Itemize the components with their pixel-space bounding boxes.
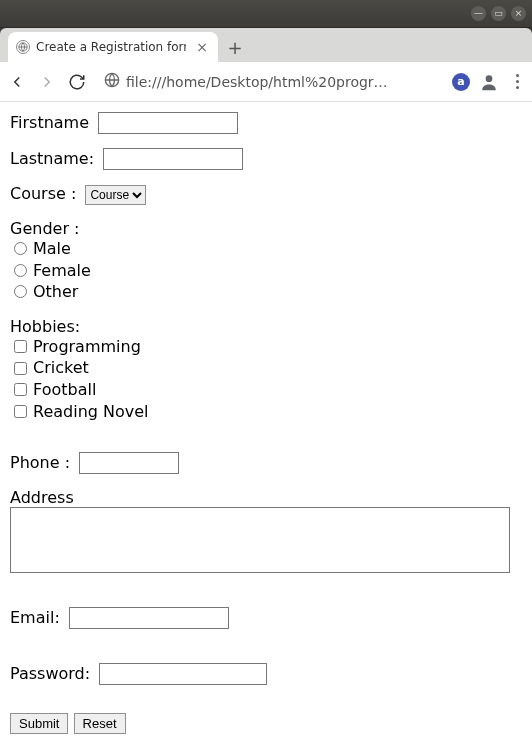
globe-icon — [104, 72, 120, 91]
email-input[interactable] — [69, 607, 229, 629]
course-select[interactable]: Course — [85, 185, 146, 205]
password-input[interactable] — [99, 663, 267, 685]
gender-radio-female[interactable] — [14, 264, 27, 277]
profile-icon[interactable] — [478, 71, 500, 93]
gender-option-label: Male — [33, 238, 71, 260]
new-tab-button[interactable]: + — [222, 34, 248, 60]
email-row: Email: — [10, 607, 522, 629]
tab-strip: Create a Registration form × + — [0, 28, 532, 62]
phone-input[interactable] — [79, 452, 179, 474]
submit-button[interactable]: Submit — [10, 713, 68, 734]
reset-button[interactable]: Reset — [74, 713, 126, 734]
gender-option-label: Female — [33, 260, 91, 282]
hobby-option-programming: Programming — [10, 336, 522, 358]
phone-label: Phone : — [10, 453, 70, 472]
course-row: Course : Course — [10, 184, 522, 205]
address-textarea[interactable] — [10, 507, 510, 573]
close-icon[interactable]: × — [196, 39, 208, 55]
window-titlebar: — ▭ × — [0, 0, 532, 28]
window-minimize-button[interactable]: — — [471, 6, 486, 21]
reload-button[interactable] — [66, 71, 88, 93]
page-content: Firstname Lastname: Course : Course Gend… — [0, 102, 532, 741]
hobby-option-cricket: Cricket — [10, 357, 522, 379]
gender-option-female: Female — [10, 260, 522, 282]
gender-option-label: Other — [33, 281, 78, 303]
password-label: Password: — [10, 664, 90, 683]
firstname-row: Firstname — [10, 112, 522, 134]
hobby-checkbox-reading[interactable] — [14, 405, 27, 418]
lastname-input[interactable] — [103, 148, 243, 170]
browser-toolbar: file:///home/Desktop/html%20progr… a — [0, 62, 532, 102]
window-close-button[interactable]: × — [511, 6, 526, 21]
back-button[interactable] — [6, 71, 28, 93]
hobby-checkbox-programming[interactable] — [14, 340, 27, 353]
hobby-option-reading: Reading Novel — [10, 401, 522, 423]
browser-tab[interactable]: Create a Registration form × — [8, 32, 218, 62]
phone-row: Phone : — [10, 452, 522, 474]
hobby-option-football: Football — [10, 379, 522, 401]
lastname-row: Lastname: — [10, 148, 522, 170]
tab-title: Create a Registration form — [36, 40, 186, 54]
lastname-label: Lastname: — [10, 149, 94, 168]
hobby-option-label: Football — [33, 379, 96, 401]
url-text: file:///home/Desktop/html%20progr… — [126, 74, 388, 90]
hobby-checkbox-cricket[interactable] — [14, 362, 27, 375]
gender-option-male: Male — [10, 238, 522, 260]
gender-radio-other[interactable] — [14, 285, 27, 298]
extension-icon[interactable]: a — [452, 73, 470, 91]
email-label: Email: — [10, 608, 60, 627]
menu-icon[interactable] — [508, 71, 526, 93]
address-label: Address — [10, 488, 522, 507]
globe-icon — [16, 40, 30, 54]
hobby-option-label: Reading Novel — [33, 401, 149, 423]
hobby-checkbox-football[interactable] — [14, 383, 27, 396]
gender-radio-male[interactable] — [14, 242, 27, 255]
forward-button[interactable] — [36, 71, 58, 93]
window-maximize-button[interactable]: ▭ — [491, 6, 506, 21]
browser-window: — ▭ × Create a Registration form × + fil… — [0, 0, 532, 741]
hobby-option-label: Cricket — [33, 357, 89, 379]
gender-label: Gender : — [10, 219, 522, 238]
hobbies-label: Hobbies: — [10, 317, 522, 336]
firstname-label: Firstname — [10, 113, 89, 132]
gender-option-other: Other — [10, 281, 522, 303]
password-row: Password: — [10, 663, 522, 685]
address-bar[interactable]: file:///home/Desktop/html%20progr… — [96, 68, 444, 96]
svg-point-2 — [486, 75, 493, 82]
course-label: Course : — [10, 184, 76, 203]
firstname-input[interactable] — [98, 112, 238, 134]
hobby-option-label: Programming — [33, 336, 141, 358]
